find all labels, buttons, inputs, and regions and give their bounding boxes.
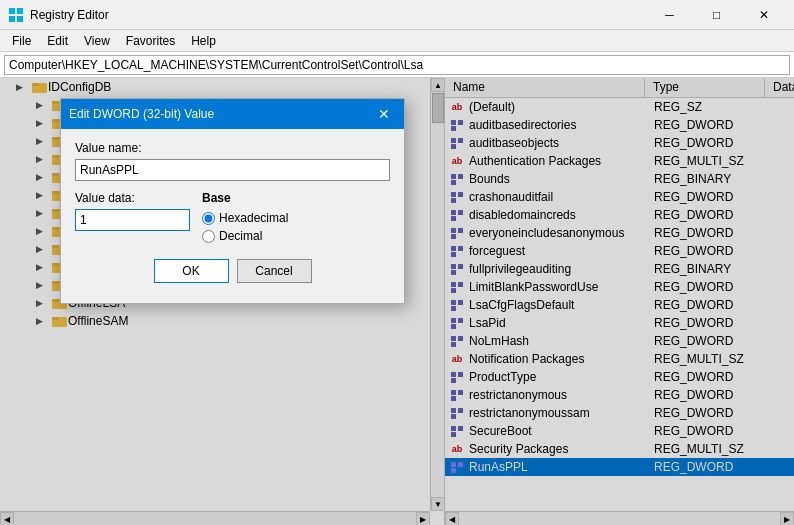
menu-bar: File Edit View Favorites Help [0,30,794,52]
menu-help[interactable]: Help [183,30,224,51]
dialog-body: Value name: Value data: Base Hexadecimal [61,129,404,303]
value-name-label: Value name: [75,141,390,155]
radio-hex-label: Hexadecimal [219,211,288,225]
address-input[interactable] [4,55,790,75]
base-label: Base [202,191,288,205]
minimize-button[interactable]: ─ [647,1,692,29]
radio-dec-label: Decimal [219,229,262,243]
dialog-titlebar: Edit DWORD (32-bit) Value ✕ [61,99,404,129]
close-button[interactable]: ✕ [741,1,786,29]
svg-rect-0 [9,8,15,14]
app-icon [8,7,24,23]
svg-rect-3 [17,16,23,22]
maximize-button[interactable]: □ [694,1,739,29]
radio-decimal[interactable]: Decimal [202,229,288,243]
dialog-title: Edit DWORD (32-bit) Value [69,107,214,121]
title-bar: Registry Editor ─ □ ✕ [0,0,794,30]
menu-view[interactable]: View [76,30,118,51]
value-data-section: Value data: [75,191,190,243]
value-name-input[interactable] [75,159,390,181]
svg-rect-1 [17,8,23,14]
edit-dword-dialog: Edit DWORD (32-bit) Value ✕ Value name: … [60,98,405,304]
svg-rect-2 [9,16,15,22]
main-content: ▶ IDConfigDB ▶ Audit ▶ [0,78,794,525]
radio-hexadecimal[interactable]: Hexadecimal [202,211,288,225]
ok-button[interactable]: OK [154,259,229,283]
window-title: Registry Editor [30,8,647,22]
dialog-data-row: Value data: Base Hexadecimal Decimal [75,191,390,243]
address-bar [0,52,794,78]
dialog-buttons: OK Cancel [75,255,390,291]
menu-file[interactable]: File [4,30,39,51]
window-controls: ─ □ ✕ [647,1,786,29]
menu-edit[interactable]: Edit [39,30,76,51]
radio-dec-input[interactable] [202,230,215,243]
value-data-input[interactable] [75,209,190,231]
base-group: Base Hexadecimal Decimal [202,191,288,243]
value-data-label: Value data: [75,191,190,205]
radio-hex-input[interactable] [202,212,215,225]
cancel-button[interactable]: Cancel [237,259,312,283]
dialog-close-button[interactable]: ✕ [372,103,396,125]
modal-overlay: Edit DWORD (32-bit) Value ✕ Value name: … [0,78,794,525]
menu-favorites[interactable]: Favorites [118,30,183,51]
